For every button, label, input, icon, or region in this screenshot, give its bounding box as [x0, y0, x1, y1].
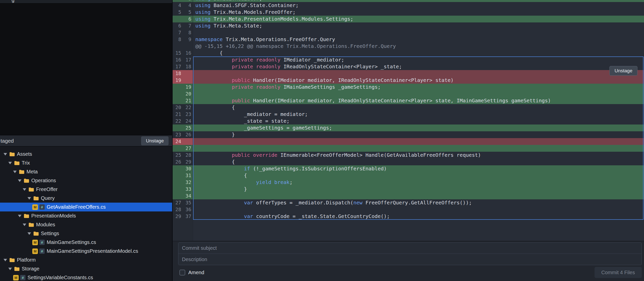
diff-row[interactable]: 89namespace Trix.Meta.Operations.FreeOff…	[173, 36, 644, 43]
old-line-number	[173, 0, 183, 2]
diff-row[interactable]: 44using Banzai.SFGF.State.Container;	[173, 2, 644, 9]
code-line: public Handler(IMediator mediator, IRead…	[193, 97, 644, 104]
diff-row[interactable]: 2022 {	[173, 104, 644, 111]
chevron-down-icon[interactable]	[18, 215, 22, 217]
file-label: MainGameSettings.cs	[47, 239, 96, 245]
tree-file-MainGameSettings.cs[interactable]: M#MainGameSettings.cs	[0, 238, 172, 247]
chevron-down-icon[interactable]	[18, 179, 22, 182]
old-line-number: 19	[173, 77, 183, 84]
chevron-down-icon[interactable]	[4, 259, 7, 261]
diff-row[interactable]: 33 }	[173, 186, 644, 193]
old-line-number	[173, 84, 183, 90]
chevron-down-icon[interactable]	[23, 224, 26, 226]
new-line-number: 7	[183, 22, 193, 29]
folder-label: Trix	[22, 160, 30, 166]
chevron-down-icon[interactable]	[8, 162, 12, 164]
diff-row[interactable]: 19 public Handler(IMediator mediator, IR…	[173, 77, 644, 84]
diff-row[interactable]: 2735 var offerTypes = _mediator.Dispatch…	[173, 199, 644, 206]
diff-row[interactable]: 78	[173, 29, 644, 36]
diff-row[interactable]: @@ -15,15 +16,22 @@ namespace Trix.Meta.…	[173, 43, 644, 50]
tree-file-MainGameSettingsPresentationModel.cs[interactable]: M#MainGameSettingsPresentationModel.cs	[0, 247, 172, 256]
tree-folder-Meta[interactable]: Meta	[0, 167, 172, 176]
tree-file-GetAvailableFreeOffers.cs[interactable]: M#GetAvailableFreeOffers.cs	[0, 203, 172, 211]
diff-row[interactable]: 55using Trix.Meta.Models.FreeOffer;	[173, 9, 644, 16]
old-line-number: 24	[173, 138, 183, 145]
diff-row[interactable]: 6using Trix.Meta.PresentationModels.Modu…	[173, 16, 644, 22]
new-line-number: 8	[183, 29, 193, 36]
chevron-down-icon[interactable]	[28, 232, 31, 235]
folder-label: Operations	[31, 178, 56, 183]
tree-folder-Query[interactable]: Query	[0, 194, 172, 203]
chevron-down-icon[interactable]	[4, 153, 7, 155]
tree-folder-PresentationModels[interactable]: PresentationModels	[0, 211, 172, 220]
old-line-number: 20	[173, 104, 183, 111]
tree-folder-Storage[interactable]: Storage	[0, 264, 172, 273]
hunk-unstage-button[interactable]: Unstage	[609, 66, 637, 76]
diff-row[interactable]: 18	[173, 70, 644, 77]
diff-row[interactable]: 3using Banzai.Mediator;	[173, 0, 644, 2]
new-line-number: 4	[183, 2, 193, 9]
tree-folder-Assets[interactable]: Assets	[0, 150, 172, 159]
unstaged-section-header-fragment: g	[0, 0, 172, 4]
commit-button[interactable]: Commit 4 Files	[595, 267, 642, 278]
unstage-button[interactable]: Unstage	[141, 136, 169, 145]
new-line-number	[183, 70, 193, 77]
old-line-number: 21	[173, 111, 183, 118]
diff-row[interactable]: 2326 }	[173, 131, 644, 138]
tree-folder-Platform[interactable]: Platform	[0, 256, 172, 264]
tree-folder-Operations[interactable]: Operations	[0, 176, 172, 185]
diff-row[interactable]: 2123 _mediator = mediator;	[173, 111, 644, 118]
sidebar: g taged Unstage AssetsTrixMetaOperations…	[0, 0, 173, 281]
diff-row[interactable]: 67using Trix.Meta.State;	[173, 22, 644, 29]
diff-row[interactable]: 1718 private readonly IReadOnlyStateCont…	[173, 63, 644, 70]
diff-row[interactable]: 34	[173, 193, 644, 199]
code-line: private readonly IMainGameSettings _game…	[193, 84, 644, 90]
old-line-number: 23	[173, 131, 183, 138]
amend-checkbox[interactable]	[179, 270, 185, 275]
tree-folder-Settings[interactable]: Settings	[0, 229, 172, 238]
old-line-number: 25	[173, 152, 183, 159]
chevron-down-icon[interactable]	[23, 188, 26, 191]
tree-folder-FreeOffer[interactable]: FreeOffer	[0, 185, 172, 194]
diff-row[interactable]: 27	[173, 145, 644, 152]
amend-label: Amend	[188, 270, 204, 275]
diff-row[interactable]: 2224 _state = state;	[173, 118, 644, 124]
tree-folder-Modules[interactable]: Modules	[0, 220, 172, 229]
chevron-down-icon[interactable]	[8, 268, 12, 270]
code-line: using Trix.Meta.Models.FreeOffer;	[193, 9, 644, 16]
tree-file-SettingsVariableConstants.cs[interactable]: M#SettingsVariableConstants.cs	[0, 273, 172, 281]
diff-row[interactable]: 32 yield break;	[173, 179, 644, 186]
tree-folder-Trix[interactable]: Trix	[0, 159, 172, 167]
commit-description-input[interactable]	[178, 254, 641, 265]
code-line: {	[193, 172, 644, 179]
new-line-number: 26	[183, 131, 193, 138]
code-line: @@ -15,15 +16,22 @@ namespace Trix.Meta.…	[193, 43, 644, 50]
diff-row[interactable]: 31 {	[173, 172, 644, 179]
diff-row[interactable]: 2629 {	[173, 159, 644, 165]
diff-row[interactable]: 1516 {	[173, 50, 644, 56]
diff-row[interactable]: 24	[173, 138, 644, 145]
diff-row[interactable]: 30 if (!_gameSettings.IsSubscriptionOffe…	[173, 165, 644, 172]
code-line	[193, 206, 644, 213]
new-line-number: 35	[183, 199, 193, 206]
diff-row[interactable]: 25 _gameSettings = gameSettings;	[173, 124, 644, 131]
code-line: _state = state;	[193, 118, 644, 124]
diff-row[interactable]: 2528 public override IEnumerable<FreeOff…	[173, 152, 644, 159]
new-line-number	[183, 43, 193, 50]
new-line-number: 3	[183, 0, 193, 2]
diff-row[interactable]: 1617 private readonly IMediator _mediato…	[173, 56, 644, 63]
chevron-down-icon[interactable]	[13, 171, 17, 173]
folder-label: Assets	[17, 151, 32, 157]
code-line: var countryCode = _state.State.GetCountr…	[193, 213, 644, 220]
diff-row[interactable]: 2937 var countryCode = _state.State.GetC…	[173, 213, 644, 220]
chevron-down-icon[interactable]	[28, 197, 31, 200]
diff-row[interactable]: 21 public Handler(IMediator mediator, IR…	[173, 97, 644, 104]
code-line: private readonly IReadOnlyStateContainer…	[193, 63, 644, 70]
commit-subject-input[interactable]	[178, 243, 641, 254]
diff-row[interactable]: 2836	[173, 206, 644, 213]
folder-icon	[14, 161, 20, 165]
diff-viewer: Unstage 3using Banzai.Mediator;44using B…	[173, 0, 644, 241]
diff-row[interactable]: 19 private readonly IMainGameSettings _g…	[173, 84, 644, 90]
diff-row[interactable]: 20	[173, 90, 644, 97]
code-line	[193, 70, 644, 77]
